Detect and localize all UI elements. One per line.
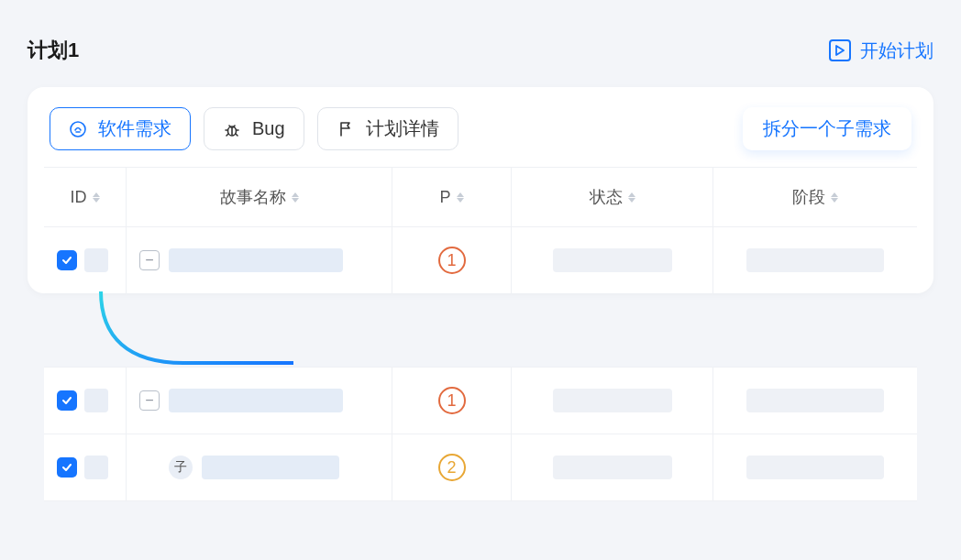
lightbulb-icon bbox=[69, 120, 87, 138]
name-placeholder bbox=[169, 389, 343, 412]
tab-label: 软件需求 bbox=[98, 116, 171, 141]
tab-software-req[interactable]: 软件需求 bbox=[50, 107, 191, 150]
status-placeholder bbox=[553, 248, 672, 272]
row-checkbox[interactable] bbox=[57, 250, 77, 270]
column-header-status[interactable]: 状态 bbox=[512, 168, 713, 226]
split-child-req-button[interactable]: 拆分一个子需求 bbox=[743, 107, 911, 150]
sort-icon bbox=[93, 192, 100, 203]
column-header-name[interactable]: 故事名称 bbox=[127, 168, 392, 226]
tab-label: 计划详情 bbox=[366, 116, 439, 141]
svg-point-0 bbox=[71, 122, 85, 137]
sort-icon bbox=[628, 192, 635, 203]
page-title: 计划1 bbox=[28, 37, 79, 64]
stage-placeholder bbox=[746, 456, 884, 479]
priority-badge: 1 bbox=[438, 387, 466, 414]
status-placeholder bbox=[553, 389, 672, 412]
child-table: − 1 子 2 bbox=[44, 367, 917, 501]
child-badge: 子 bbox=[169, 456, 193, 479]
start-plan-button[interactable]: 开始计划 bbox=[829, 38, 933, 63]
collapse-button[interactable]: − bbox=[139, 390, 160, 411]
sort-icon bbox=[292, 192, 299, 203]
priority-badge: 1 bbox=[438, 247, 466, 274]
tab-label: Bug bbox=[252, 118, 285, 139]
id-placeholder bbox=[84, 456, 108, 479]
connector bbox=[28, 293, 933, 367]
sort-icon bbox=[831, 192, 838, 203]
flag-icon bbox=[337, 120, 355, 138]
table-row: − 1 bbox=[44, 368, 917, 434]
bug-icon bbox=[223, 120, 241, 138]
priority-badge: 2 bbox=[438, 454, 466, 481]
id-placeholder bbox=[84, 389, 108, 412]
row-checkbox[interactable] bbox=[57, 457, 77, 478]
stage-placeholder bbox=[746, 389, 884, 412]
column-header-priority[interactable]: P bbox=[392, 168, 512, 226]
story-table: ID 故事名称 P 状态 阶段 bbox=[44, 167, 917, 293]
plan-card: 软件需求 Bug 计划详情 拆分一个子需求 ID bbox=[28, 87, 933, 293]
stage-placeholder bbox=[746, 248, 884, 272]
collapse-button[interactable]: − bbox=[139, 250, 160, 270]
play-icon bbox=[829, 39, 851, 61]
status-placeholder bbox=[553, 456, 672, 479]
column-header-stage[interactable]: 阶段 bbox=[713, 168, 917, 226]
tab-bug[interactable]: Bug bbox=[204, 107, 304, 150]
name-placeholder bbox=[169, 248, 343, 272]
table-row: − 1 bbox=[44, 227, 917, 293]
tab-plan-detail[interactable]: 计划详情 bbox=[317, 107, 458, 150]
column-header-id[interactable]: ID bbox=[44, 168, 127, 226]
start-plan-label: 开始计划 bbox=[860, 38, 933, 63]
name-placeholder bbox=[202, 456, 339, 479]
row-checkbox[interactable] bbox=[57, 390, 77, 411]
sort-icon bbox=[457, 192, 464, 203]
id-placeholder bbox=[84, 248, 108, 272]
table-row: 子 2 bbox=[44, 434, 917, 501]
